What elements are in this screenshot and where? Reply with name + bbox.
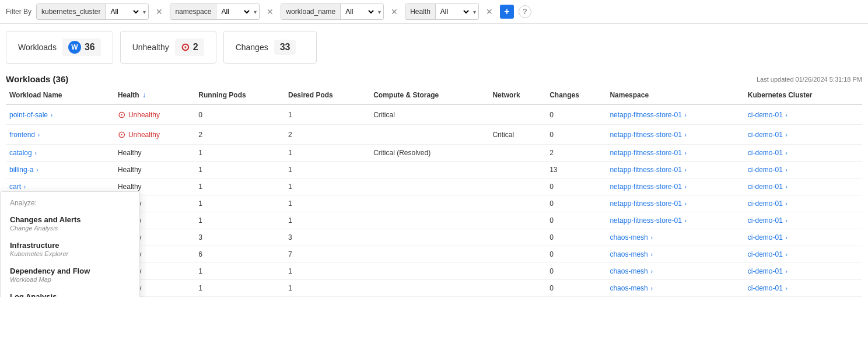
cluster-link[interactable]: ci-demo-01 <box>748 183 783 191</box>
filter-key-namespace: namespace <box>170 4 216 19</box>
cell-network <box>489 145 546 162</box>
namespace-link[interactable]: netapp-fitness-store-01 <box>610 111 681 119</box>
chevron-right-icon: › <box>784 184 788 190</box>
chevron-right-icon: › <box>649 251 653 258</box>
menu-item-dependency-flow-sub: Workload Map <box>10 276 130 283</box>
summary-card-workloads[interactable]: Workloads W 36 <box>6 31 113 64</box>
chevron-right-icon: › <box>683 184 687 190</box>
chevron-right-icon: › <box>649 268 653 275</box>
cluster-link[interactable]: ci-demo-01 <box>748 216 783 225</box>
cluster-link[interactable]: ci-demo-01 <box>748 267 783 275</box>
cell-namespace: netapp-fitness-store-01 › <box>606 145 744 162</box>
workload-name-link[interactable]: billing-a <box>9 166 33 174</box>
changes-badge: 33 <box>274 40 296 55</box>
filter-select-kubernetes[interactable]: All <box>106 4 141 19</box>
col-running-pods[interactable]: Running Pods <box>195 86 285 104</box>
namespace-link[interactable]: chaos-mesh <box>610 267 648 275</box>
cell-desired-pods: 2 <box>285 125 370 145</box>
cluster-link[interactable]: ci-demo-01 <box>748 250 783 258</box>
filter-select-namespace[interactable]: All <box>216 4 251 19</box>
filter-close-workload[interactable]: ✕ <box>388 8 400 16</box>
col-workload-name[interactable]: Workload Name <box>6 86 114 104</box>
summary-card-changes[interactable]: Changes 33 <box>223 31 317 64</box>
cell-cluster: ci-demo-01 › <box>744 104 862 125</box>
cell-network <box>489 178 546 195</box>
filter-close-health[interactable]: ✕ <box>484 8 495 16</box>
col-health[interactable]: Health ↓ <box>114 86 195 104</box>
chevron-right-icon: › <box>784 132 788 138</box>
workload-name-link[interactable]: point-of-sale <box>9 111 48 119</box>
col-desired-pods[interactable]: Desired Pods <box>285 86 370 104</box>
col-namespace[interactable]: Namespace <box>606 86 744 104</box>
cell-network <box>489 280 546 297</box>
menu-item-dependency-flow-title: Dependency and Flow <box>10 267 130 275</box>
filter-kubernetes-cluster: kubernetes_cluster All ▾ <box>36 4 149 20</box>
workloads-count: 36 <box>85 42 95 52</box>
chevron-right-icon: › <box>49 112 52 118</box>
filter-label: Filter By <box>6 8 32 16</box>
cell-namespace: chaos-mesh › <box>606 246 744 263</box>
cell-compute-storage: Critical (Resolved) <box>370 145 489 162</box>
col-network[interactable]: Network <box>489 86 546 104</box>
namespace-link[interactable]: netapp-fitness-store-01 <box>610 131 681 139</box>
cell-changes: 13 <box>546 162 606 178</box>
menu-item-log-analysis[interactable]: Log Analysis Event Logs <box>1 288 139 297</box>
cell-compute-storage <box>370 280 489 297</box>
namespace-link[interactable]: netapp-fitness-store-01 <box>610 166 681 174</box>
cell-desired-pods: 1 <box>285 195 370 212</box>
namespace-link[interactable]: netapp-fitness-store-01 <box>610 216 681 225</box>
cell-network <box>489 162 546 178</box>
dropdown-arrow-icon: ▾ <box>376 9 383 15</box>
col-changes[interactable]: Changes <box>546 86 606 104</box>
cell-desired-pods: 7 <box>285 246 370 263</box>
namespace-link[interactable]: chaos-mesh <box>610 250 648 258</box>
filter-select-workload[interactable]: All <box>341 4 376 19</box>
namespace-link[interactable]: netapp-fitness-store-01 <box>610 183 681 191</box>
summary-card-unhealthy[interactable]: Unhealthy ⊙ 2 <box>120 31 216 64</box>
cluster-link[interactable]: ci-demo-01 <box>748 233 783 242</box>
workload-name-link[interactable]: frontend <box>9 131 35 139</box>
workload-name-link[interactable]: catalog <box>9 149 32 157</box>
filter-help-button[interactable]: ? <box>519 5 531 18</box>
cluster-link[interactable]: ci-demo-01 <box>748 166 783 174</box>
filter-close-kubernetes[interactable]: ✕ <box>153 8 165 16</box>
cell-changes: 0 <box>546 104 606 125</box>
section-title: Workloads (36) <box>6 74 68 84</box>
namespace-link[interactable]: netapp-fitness-store-01 <box>610 149 681 157</box>
col-compute-storage[interactable]: Compute & Storage <box>370 86 489 104</box>
cell-network: Critical <box>489 125 546 145</box>
cell-running-pods: 1 <box>195 162 285 178</box>
namespace-link[interactable]: netapp-fitness-store-01 <box>610 200 681 208</box>
error-dot-icon: ⊙ <box>118 129 125 140</box>
filter-key-workload: workload_name <box>281 4 341 19</box>
cell-namespace: netapp-fitness-store-01 › <box>606 162 744 178</box>
workload-name-link[interactable]: cart <box>9 183 21 191</box>
chevron-right-icon: › <box>34 167 38 173</box>
cell-cluster: ci-demo-01 › <box>744 162 862 178</box>
chevron-right-icon: › <box>683 112 687 118</box>
chevron-right-icon: › <box>22 184 26 190</box>
cluster-link[interactable]: ci-demo-01 <box>748 111 783 119</box>
cluster-link[interactable]: ci-demo-01 <box>748 131 783 139</box>
menu-item-changes-alerts[interactable]: Changes and Alerts Change Analysis <box>1 211 139 236</box>
cell-network <box>489 263 546 280</box>
workloads-badge: W 36 <box>62 38 101 56</box>
namespace-link[interactable]: chaos-mesh <box>610 233 648 242</box>
cell-namespace: netapp-fitness-store-01 › <box>606 178 744 195</box>
filter-select-health[interactable]: All <box>436 4 471 19</box>
cell-cluster: ci-demo-01 › <box>744 212 862 229</box>
col-kubernetes-cluster[interactable]: Kubernetes Cluster <box>744 86 862 104</box>
filter-add-button[interactable]: + <box>500 5 514 19</box>
cell-health: ⊙Unhealthy <box>114 104 195 125</box>
cluster-link[interactable]: ci-demo-01 <box>748 200 783 208</box>
namespace-link[interactable]: chaos-mesh <box>610 284 648 292</box>
cell-changes: 0 <box>546 125 606 145</box>
cluster-link[interactable]: ci-demo-01 <box>748 149 783 157</box>
cluster-link[interactable]: ci-demo-01 <box>748 284 783 292</box>
filter-close-namespace[interactable]: ✕ <box>264 8 276 16</box>
menu-item-dependency-flow[interactable]: Dependency and Flow Workload Map <box>1 262 139 288</box>
menu-item-infrastructure[interactable]: Infrastructure Kubernetes Explorer <box>1 236 139 262</box>
unhealthy-count: 2 <box>193 42 198 52</box>
table-row: frontend ›⊙Unhealthy22Critical0netapp-fi… <box>6 125 862 145</box>
error-dot-icon: ⊙ <box>118 109 125 120</box>
